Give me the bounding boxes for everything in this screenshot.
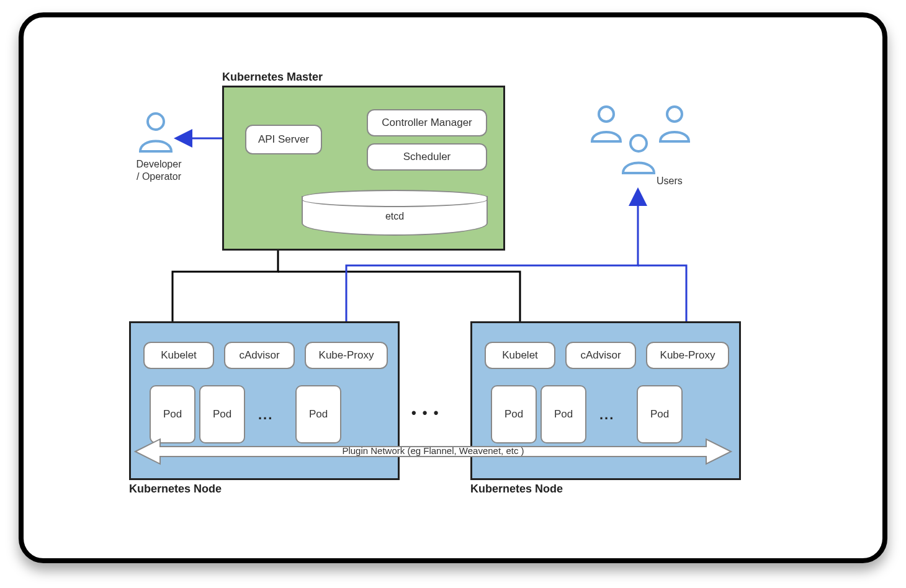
diagram-frame: Developer / Operator Users Kubernetes Ma…: [19, 12, 887, 563]
network-label: Plugin Network (eg Flannel, Weavenet, et…: [135, 445, 731, 456]
network-arrow: [24, 17, 892, 563]
